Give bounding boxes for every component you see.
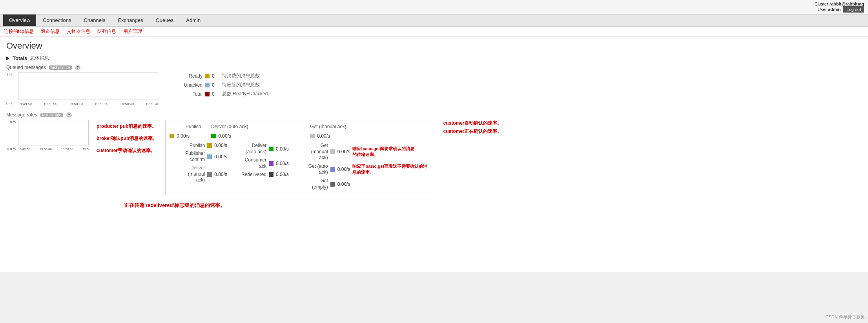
pub-confirm-lbl: Publisherconfirm bbox=[170, 151, 205, 163]
message-rates-content: 1.0 /s 0.0 /s 19:49:50 19:50:00 19:50:10… bbox=[6, 120, 862, 194]
rates-y-top: 1.0 /s bbox=[7, 120, 16, 124]
page-title: Overview bbox=[6, 41, 862, 51]
unacked-color-box bbox=[205, 83, 210, 87]
rate-row-deliver-auto: Deliver(auto ack) 0.00/s bbox=[235, 142, 289, 156]
deliver-auto-color bbox=[211, 134, 216, 138]
metric-total-label: Total bbox=[175, 91, 202, 97]
consumer-ack-lbl: Consumerack bbox=[235, 157, 266, 169]
queued-messages-panel: Queued messages last minute ? 1.0 0.0 19… bbox=[6, 65, 862, 106]
publish-lbl: Publish bbox=[170, 143, 205, 148]
queued-messages-help[interactable]: ? bbox=[75, 65, 80, 70]
get-auto-ack-box bbox=[330, 167, 335, 172]
subnav-user[interactable]: 用户管理 bbox=[123, 28, 142, 35]
rate-publish-val-row: 0.00/s bbox=[170, 132, 209, 140]
rates-col-middle: Deliver(auto ack) 0.00/s Consumerack 0.0… bbox=[235, 142, 289, 191]
get-manual-ack-box bbox=[330, 149, 335, 154]
get-auto-ack-val: 0.00/s bbox=[337, 167, 350, 172]
subnav-channel[interactable]: 通道信息 bbox=[41, 28, 60, 35]
rate-row-deliver-manual: Deliver(manualack) 0.00/s bbox=[170, 164, 227, 185]
rate-row-get-manual-ack: Get(manualack) 0.00/s 响应basic.get而要求确认的消… bbox=[297, 142, 431, 162]
main-content: Overview Totals 总体消息 Queued messages las… bbox=[0, 37, 868, 272]
nav-bar: Overview Connections Channels Exchanges … bbox=[0, 15, 868, 27]
rate-get-manual-val-row: 0.00/s bbox=[310, 132, 349, 140]
publish-val: 0.00/s bbox=[214, 143, 227, 148]
metric-ready-desc: 待消费的消息总数 bbox=[222, 73, 260, 79]
rate-publish-value: 0.00/s bbox=[177, 133, 190, 139]
queued-messages-badge[interactable]: last minute bbox=[49, 65, 72, 70]
message-rates-section: Message rates last minute ? 1.0 /s 0.0 /… bbox=[6, 112, 862, 209]
subnav-tcp[interactable]: 连接的tcp信息 bbox=[4, 28, 34, 35]
pub-confirm-box bbox=[207, 154, 212, 159]
publish-box bbox=[207, 143, 212, 148]
queued-chart-x-labels: 19:49:50 19:50:00 19:50:10 19:50:20 19:5… bbox=[18, 102, 159, 106]
logout-button[interactable]: Log out bbox=[843, 6, 864, 13]
rates-col-left: Publish 0.00/s Publisherconfirm 0.00/s D… bbox=[170, 142, 227, 191]
redelivered-lbl: Redelivered bbox=[235, 172, 266, 177]
message-rates-title: Message rates bbox=[6, 112, 37, 118]
cluster-info: Cluster rabbit@rabbitmq User admin Log o… bbox=[815, 2, 864, 13]
deliver-manual-val: 0.00/s bbox=[214, 172, 227, 177]
sub-nav: 连接的tcp信息 通道信息 交换器信息 队列信息 用户管理 bbox=[0, 27, 868, 37]
totals-header: Totals 总体消息 bbox=[6, 55, 862, 62]
rate-deliver-auto-val-row: 0.00/s bbox=[211, 132, 258, 140]
annotation-basic-get-auto: 响应于basic.get而发送不需要确认的消息的速率。 bbox=[352, 163, 431, 175]
tab-queues[interactable]: Queues bbox=[150, 15, 180, 26]
rate-row-get-empty: Get(empty) 0.00/s bbox=[297, 177, 431, 191]
queued-chart-container: 1.0 0.0 19:49:50 19:50:00 19:50:10 19:50… bbox=[18, 73, 159, 106]
tab-overview[interactable]: Overview bbox=[3, 15, 36, 26]
rate-get-manual-value: 0.00/s bbox=[317, 133, 330, 139]
rate-publish-label: Publish bbox=[170, 124, 201, 129]
queued-messages-title-row: Queued messages last minute ? bbox=[6, 65, 862, 70]
tab-channels[interactable]: Channels bbox=[78, 15, 111, 26]
subnav-exchange[interactable]: 交换器信息 bbox=[67, 28, 90, 35]
pub-confirm-val: 0.00/s bbox=[214, 154, 227, 160]
chart-y-bot: 0.0 bbox=[6, 102, 12, 106]
tab-connections[interactable]: Connections bbox=[37, 15, 77, 26]
metric-total-value: 0 bbox=[212, 91, 220, 97]
user-name: admin bbox=[828, 7, 841, 12]
rates-chart-x: 19:49:50 19:50:00 19:50:10 19:5 bbox=[18, 147, 89, 151]
rate-publish: Publish bbox=[170, 123, 209, 131]
queued-messages-content: 1.0 0.0 19:49:50 19:50:00 19:50:10 19:50… bbox=[18, 73, 862, 106]
deliver-auto-val: 0.00/s bbox=[276, 146, 289, 152]
deliver-manual-lbl: Deliver(manualack) bbox=[170, 165, 205, 183]
top-bar: Cluster rabbit@rabbitmq User admin Log o… bbox=[0, 0, 868, 15]
get-manual-color bbox=[310, 134, 315, 138]
rate-row-publish: Publish 0.00/s bbox=[170, 142, 227, 149]
redelivered-val: 0.00/s bbox=[276, 172, 289, 177]
rate-row-redelivered: Redelivered 0.00/s bbox=[235, 171, 289, 178]
rates-col-right: Get(manualack) 0.00/s 响应basic.get而要求确认的消… bbox=[297, 142, 431, 191]
deliver-manual-box bbox=[207, 172, 212, 177]
rate-get-manual-label: Get (manual ack) bbox=[310, 124, 346, 129]
message-rates-title-row: Message rates last minute ? bbox=[6, 112, 862, 118]
rates-chart bbox=[18, 120, 89, 145]
totals-label: Totals bbox=[13, 55, 27, 61]
consumer-ack-box bbox=[269, 161, 274, 166]
ready-color-box bbox=[205, 74, 210, 78]
get-manual-ack-val: 0.00/s bbox=[337, 149, 350, 154]
totals-chinese: 总体消息 bbox=[30, 55, 49, 62]
total-color-box bbox=[205, 92, 210, 96]
tab-exchanges[interactable]: Exchanges bbox=[112, 15, 149, 26]
rates-chart-y: 1.0 /s 0.0 /s bbox=[7, 120, 16, 151]
top-right-annotations: customer自动确认的速率。 customer正在确认的速率。 bbox=[443, 120, 502, 135]
deliver-auto-lbl: Deliver(auto ack) bbox=[235, 143, 266, 155]
rate-row-get-auto-ack: Get (autoack) 0.00/s 响应于basic.get而发送不需要确… bbox=[297, 162, 431, 177]
queued-metrics: Ready 0 待消费的消息总数 Unacked 0 待应答的消息总数 Tota… bbox=[175, 73, 272, 100]
message-rates-help[interactable]: ? bbox=[66, 112, 72, 118]
rates-grid: Publish Deliver (auto ack) Get (manual a… bbox=[170, 123, 431, 140]
metric-total: Total 0 总数 Ready+Unacked。 bbox=[175, 91, 272, 97]
triangle-icon bbox=[6, 56, 9, 60]
cluster-name: rabbit@rabbitmq bbox=[830, 2, 864, 6]
annotation-customer-confirming: customer正在确认的速率。 bbox=[443, 128, 502, 135]
annotation-pub-rate: producter pub消息的速率。 bbox=[97, 123, 157, 130]
metric-ready-value: 0 bbox=[212, 73, 220, 79]
subnav-queue[interactable]: 队列信息 bbox=[97, 28, 116, 35]
rate-row-publisher-confirm: Publisherconfirm 0.00/s bbox=[170, 149, 227, 164]
annotation-customer-manual: customer手动确认的速率。 bbox=[97, 147, 157, 154]
message-rates-badge[interactable]: last minute bbox=[40, 113, 63, 117]
tab-admin[interactable]: Admin bbox=[180, 15, 206, 26]
annotation-customer-auto: customer自动确认的速率。 bbox=[443, 120, 502, 127]
metric-ready: Ready 0 待消费的消息总数 bbox=[175, 73, 272, 79]
rate-deliver-auto-label: Deliver (auto ack) bbox=[211, 124, 248, 129]
